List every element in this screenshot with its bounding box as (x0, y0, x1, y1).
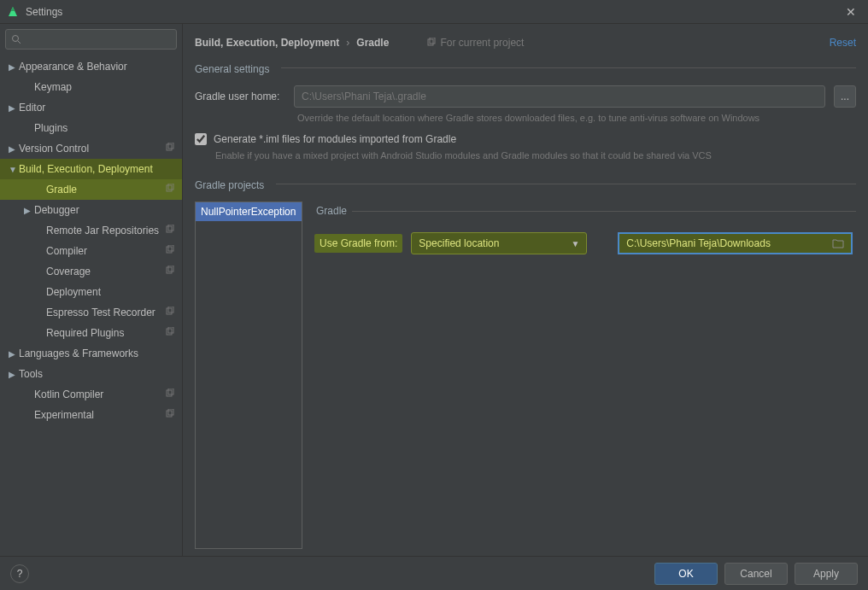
sidebar-item-label: Kotlin Compiler (34, 388, 165, 400)
sidebar-item-build-execution-deployment[interactable]: ▼Build, Execution, Deployment (0, 159, 182, 179)
sidebar-item-version-control[interactable]: ▶Version Control (0, 138, 182, 159)
section-general-settings: General settings (183, 55, 281, 80)
browse-user-home-button[interactable]: ... (834, 85, 856, 108)
svg-rect-7 (168, 225, 173, 231)
cancel-button[interactable]: Cancel (724, 563, 788, 585)
search-input[interactable] (21, 33, 171, 45)
copy-small-icon (165, 266, 177, 277)
copy-small-icon (165, 388, 177, 400)
sidebar-item-coverage[interactable]: Coverage (0, 261, 182, 282)
folder-icon[interactable] (832, 238, 844, 248)
gradle-projects-list[interactable]: NullPointerException (195, 202, 302, 549)
settings-tree: ▶Appearance & BehaviorKeymap▶EditorPlugi… (0, 55, 182, 556)
chevron-right-icon: ▶ (9, 370, 19, 379)
sidebar-item-label: Experimental (34, 409, 165, 421)
svg-rect-5 (168, 184, 173, 190)
svg-rect-17 (168, 388, 173, 394)
sidebar-item-label: Build, Execution, Deployment (19, 163, 182, 175)
sidebar-item-label: Espresso Test Recorder (46, 307, 165, 318)
copy-small-icon (165, 327, 177, 339)
sidebar-item-compiler[interactable]: Compiler (0, 241, 182, 261)
svg-rect-19 (168, 409, 173, 415)
sidebar-item-label: Remote Jar Repositories (46, 225, 165, 237)
svg-rect-11 (168, 266, 173, 272)
use-gradle-from-label: Use Gradle from: (314, 234, 402, 253)
breadcrumb: Build, Execution, Deployment › Gradle (195, 37, 389, 49)
breadcrumb-leaf: Gradle (356, 37, 389, 49)
sidebar-item-remote-jar-repositories[interactable]: Remote Jar Repositories (0, 220, 182, 241)
svg-rect-12 (167, 308, 172, 314)
svg-rect-16 (167, 390, 172, 396)
apply-button[interactable]: Apply (795, 563, 858, 585)
section-gradle-projects: Gradle projects (183, 171, 276, 196)
chevron-right-icon: ▶ (9, 349, 19, 359)
sidebar-item-label: Debugger (34, 204, 182, 216)
svg-rect-2 (167, 144, 172, 150)
use-gradle-from-dropdown[interactable]: Specified location ▼ (411, 232, 587, 254)
sidebar-item-appearance-behavior[interactable]: ▶Appearance & Behavior (0, 56, 182, 77)
copy-small-icon (165, 184, 177, 196)
sidebar-item-gradle[interactable]: Gradle (0, 179, 182, 200)
chevron-down-icon: ▼ (9, 165, 19, 174)
sidebar-item-label: Version Control (19, 143, 165, 155)
project-item[interactable]: NullPointerException (196, 202, 302, 221)
copy-small-icon (165, 409, 177, 421)
breadcrumb-root[interactable]: Build, Execution, Deployment (195, 37, 339, 49)
sidebar-item-plugins[interactable]: Plugins (0, 118, 182, 138)
sidebar-item-keymap[interactable]: Keymap (0, 77, 182, 97)
sidebar-item-editor[interactable]: ▶Editor (0, 97, 182, 118)
chevron-right-icon: ▶ (9, 144, 19, 154)
gradle-user-home-input[interactable]: C:\Users\Phani Teja\.gradle (294, 85, 825, 108)
chevron-right-icon: › (346, 37, 349, 49)
ok-button[interactable]: OK (654, 563, 718, 585)
svg-rect-8 (167, 247, 172, 253)
settings-content: Build, Execution, Deployment › Gradle Fo… (183, 24, 868, 556)
sidebar-item-label: Compiler (46, 245, 165, 257)
user-home-hint: Override the default location where Grad… (183, 113, 868, 128)
gradle-location-input[interactable]: C:\Users\Phani Teja\Downloads (618, 232, 853, 254)
sidebar-item-label: Editor (19, 102, 182, 114)
chevron-right-icon: ▶ (24, 206, 34, 215)
generate-iml-checkbox[interactable] (195, 133, 207, 145)
copy-small-icon (165, 143, 177, 155)
copy-small-icon (165, 307, 177, 318)
help-button[interactable]: ? (10, 564, 29, 583)
copy-small-icon (426, 38, 437, 48)
section-gradle-detail: Gradle (311, 202, 347, 220)
svg-rect-20 (428, 39, 433, 45)
settings-search[interactable] (5, 29, 177, 50)
svg-rect-3 (168, 143, 173, 149)
android-studio-icon (7, 6, 19, 18)
sidebar-item-label: Tools (19, 368, 182, 380)
svg-line-1 (18, 41, 21, 44)
sidebar-item-required-plugins[interactable]: Required Plugins (0, 323, 182, 343)
sidebar-item-label: Deployment (46, 286, 182, 298)
sidebar-item-deployment[interactable]: Deployment (0, 282, 182, 302)
svg-rect-14 (167, 329, 172, 335)
svg-rect-9 (168, 245, 173, 251)
sidebar-item-languages-frameworks[interactable]: ▶Languages & Frameworks (0, 343, 182, 364)
sidebar-item-experimental[interactable]: Experimental (0, 405, 182, 425)
window-title: Settings (26, 6, 841, 18)
sidebar-item-debugger[interactable]: ▶Debugger (0, 200, 182, 220)
svg-rect-6 (167, 226, 172, 232)
sidebar-item-label: Plugins (34, 122, 182, 134)
sidebar-item-kotlin-compiler[interactable]: Kotlin Compiler (0, 384, 182, 405)
sidebar-item-label: Required Plugins (46, 327, 165, 339)
generate-iml-label: Generate *.iml files for modules importe… (214, 133, 456, 145)
sidebar-item-label: Coverage (46, 266, 165, 277)
sidebar-item-tools[interactable]: ▶Tools (0, 364, 182, 384)
svg-point-0 (13, 36, 19, 42)
dialog-footer: ? OK Cancel Apply (0, 556, 868, 590)
svg-rect-18 (167, 411, 172, 417)
search-icon (11, 34, 21, 44)
copy-small-icon (165, 245, 177, 257)
close-icon[interactable]: ✕ (841, 3, 861, 20)
svg-rect-10 (167, 267, 172, 273)
svg-rect-4 (167, 185, 172, 191)
sidebar-item-label: Appearance & Behavior (19, 61, 182, 73)
sidebar-item-espresso-test-recorder[interactable]: Espresso Test Recorder (0, 302, 182, 323)
sidebar-item-label: Gradle (46, 184, 165, 196)
copy-small-icon (165, 225, 177, 237)
reset-link[interactable]: Reset (830, 37, 856, 49)
